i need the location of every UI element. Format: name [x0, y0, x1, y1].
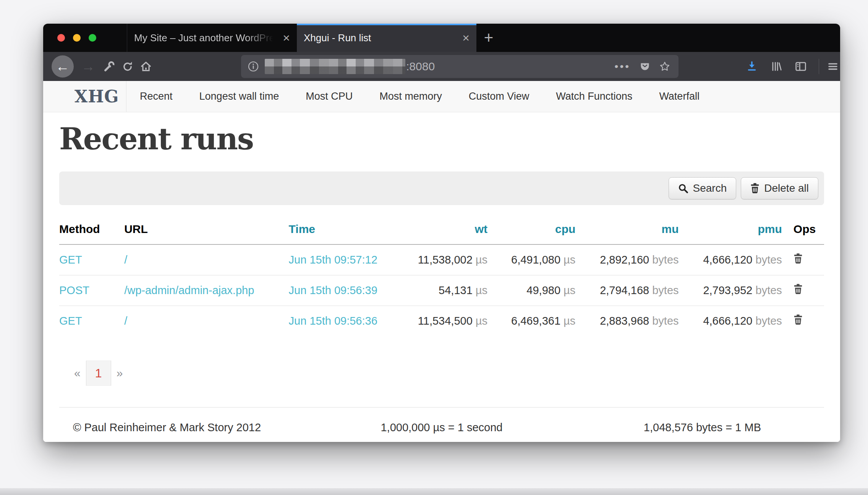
mu-value: 2,892,160 — [600, 254, 649, 266]
delete-all-button[interactable]: Delete all — [741, 177, 818, 199]
pagination-prev[interactable]: « — [69, 367, 86, 380]
mu-unit: bytes — [652, 254, 679, 266]
xhgui-logo[interactable]: XHG — [74, 87, 119, 106]
runs-table: Method URL Time wt cpu mu pmu Ops GET / — [59, 216, 824, 336]
navigation-toolbar: ← → — [43, 52, 840, 81]
nav-item-recent[interactable]: Recent — [126, 81, 186, 112]
delete-run-button[interactable] — [794, 314, 803, 325]
delete-run-button[interactable] — [794, 284, 803, 294]
pmu-value: 2,793,952 — [703, 284, 752, 296]
method-link[interactable]: GET — [59, 315, 82, 327]
cpu-unit: µs — [564, 315, 575, 327]
time-link[interactable]: Jun 15th 09:57:12 — [289, 254, 377, 266]
menu-icon[interactable] — [827, 61, 839, 72]
actions-panel: Search — [59, 171, 824, 205]
fullscreen-window-button[interactable] — [89, 34, 96, 42]
column-header-time[interactable]: Time — [289, 216, 388, 244]
run-row: POST /wp-admin/admin-ajax.php Jun 15th 0… — [59, 275, 824, 306]
column-header-wt[interactable]: wt — [388, 216, 487, 244]
tab-title: Xhgui - Run list — [304, 32, 457, 44]
cpu-value: 6,469,361 — [511, 315, 560, 327]
back-button[interactable]: ← — [52, 55, 74, 78]
cpu-value: 49,980 — [526, 284, 560, 296]
mu-value: 2,883,968 — [600, 315, 649, 327]
pmu-value: 4,666,120 — [703, 254, 752, 266]
sidebar-icon[interactable] — [795, 61, 806, 72]
wt-value: 11,538,002 — [418, 254, 473, 266]
search-button[interactable]: Search — [669, 177, 737, 199]
new-tab-button[interactable]: + — [476, 24, 501, 52]
time-link[interactable]: Jun 15th 09:56:39 — [289, 284, 377, 296]
time-link[interactable]: Jun 15th 09:56:36 — [289, 315, 377, 327]
close-tab-icon[interactable]: × — [277, 32, 290, 44]
wt-value: 54,131 — [439, 284, 473, 296]
run-row: GET / Jun 15th 09:56:36 11,534,500 µs 6,… — [59, 306, 824, 336]
close-window-button[interactable] — [57, 34, 65, 42]
tab-my-site[interactable]: My Site – Just another WordPress si × — [127, 24, 297, 52]
column-header-url: URL — [124, 216, 288, 244]
tab-xhgui-run-list[interactable]: Xhgui - Run list × — [297, 24, 476, 52]
column-header-pmu[interactable]: pmu — [679, 216, 782, 244]
browser-window: My Site – Just another WordPress si × Xh… — [43, 24, 840, 442]
url-link[interactable]: / — [124, 315, 127, 327]
url-port-text: :8080 — [406, 60, 435, 73]
mu-unit: bytes — [652, 284, 679, 296]
url-link[interactable]: /wp-admin/admin-ajax.php — [124, 284, 254, 296]
footer-memory-note: 1,048,576 bytes = 1 MB — [569, 421, 824, 434]
wrench-icon[interactable] — [104, 61, 115, 72]
downloads-icon[interactable] — [746, 61, 758, 72]
minimize-window-button[interactable] — [73, 34, 81, 42]
nav-item-longest-wall-time[interactable]: Longest wall time — [186, 81, 293, 112]
column-header-cpu[interactable]: cpu — [487, 216, 575, 244]
window-controls — [43, 24, 127, 52]
method-link[interactable]: GET — [59, 254, 82, 266]
wt-unit: µs — [476, 284, 487, 296]
cpu-unit: µs — [564, 254, 575, 266]
nav-item-custom-view[interactable]: Custom View — [455, 81, 543, 112]
wt-unit: µs — [476, 315, 487, 327]
url-bar[interactable]: :8080 ••• — [241, 55, 679, 78]
nav-item-waterfall[interactable]: Waterfall — [646, 81, 713, 112]
reload-icon[interactable] — [122, 61, 133, 72]
close-tab-icon[interactable]: × — [457, 32, 470, 44]
footer-copyright: © Paul Reinheimer & Mark Story 2012 — [59, 421, 314, 434]
wt-value: 11,534,500 — [418, 315, 473, 327]
footer-time-note: 1,000,000 µs = 1 second — [314, 421, 569, 434]
nav-items: Recent Longest wall time Most CPU Most m… — [126, 81, 713, 112]
trash-icon — [750, 183, 760, 194]
site-info-icon[interactable] — [248, 61, 259, 72]
forward-button[interactable]: → — [80, 60, 97, 73]
home-icon[interactable] — [140, 61, 152, 72]
url-link[interactable]: / — [124, 254, 127, 266]
delete-all-button-label: Delete all — [764, 182, 809, 194]
cpu-unit: µs — [564, 284, 575, 296]
tab-title: My Site – Just another WordPress si — [134, 32, 277, 44]
footer: © Paul Reinheimer & Mark Story 2012 1,00… — [59, 407, 824, 434]
column-header-ops: Ops — [782, 216, 824, 244]
xhgui-navbar: XHG Recent Longest wall time Most CPU Mo… — [43, 81, 840, 112]
wt-unit: µs — [476, 254, 487, 266]
delete-run-button[interactable] — [794, 253, 803, 264]
pagination-next[interactable]: » — [111, 367, 128, 380]
toolbar-divider — [819, 59, 819, 74]
bookmark-star-icon[interactable] — [659, 61, 670, 72]
method-link[interactable]: POST — [59, 284, 89, 296]
search-icon — [678, 183, 688, 194]
tab-bar: My Site – Just another WordPress si × Xh… — [43, 24, 840, 52]
pmu-unit: bytes — [756, 315, 782, 327]
page-actions-icon[interactable]: ••• — [615, 60, 630, 73]
page-content: XHG Recent Longest wall time Most CPU Mo… — [43, 81, 840, 442]
censored-host — [265, 59, 405, 74]
column-header-mu[interactable]: mu — [575, 216, 679, 244]
library-icon[interactable] — [771, 61, 782, 72]
run-row: GET / Jun 15th 09:57:12 11,538,002 µs 6,… — [59, 244, 824, 275]
nav-item-watch-functions[interactable]: Watch Functions — [542, 81, 646, 112]
page-title: Recent runs — [59, 121, 824, 156]
nav-item-most-cpu[interactable]: Most CPU — [292, 81, 366, 112]
pagination-page-1[interactable]: 1 — [86, 361, 111, 386]
pocket-icon[interactable] — [640, 61, 650, 72]
nav-item-most-memory[interactable]: Most memory — [366, 81, 455, 112]
mu-value: 2,794,168 — [600, 284, 649, 296]
column-header-method: Method — [59, 216, 124, 244]
mu-unit: bytes — [652, 315, 679, 327]
